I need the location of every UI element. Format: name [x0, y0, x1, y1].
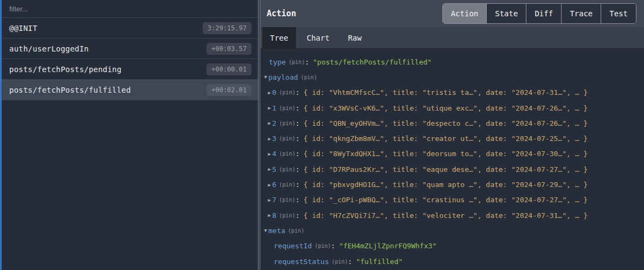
subtab-chart[interactable]: Chart	[299, 27, 337, 48]
action-list-item[interactable]: auth/userLoggedIn+00:03.57	[2, 38, 258, 59]
tree-node-5[interactable]: ▶5(pin):{ id: "D7RPaus2Kr…", title: "eaq…	[260, 162, 644, 177]
node-preview: { id: "QBN_eyOHVm…", title: "despecto c……	[304, 119, 588, 127]
node-key: type	[269, 58, 286, 66]
pin-label[interactable]: (pin)	[288, 59, 305, 65]
expand-arrow-icon[interactable]: ▶	[267, 105, 272, 111]
action-list-item[interactable]: @@INIT3:29:15.97	[2, 18, 258, 38]
expand-arrow-icon[interactable]: ▶	[267, 166, 272, 172]
tree-node-requestId: requestId(pin):"fEH4mZLjlZpnrFQ9Whfx3"	[260, 239, 644, 254]
collapse-arrow-icon[interactable]: ▼	[263, 228, 268, 233]
key-colon: :	[295, 211, 300, 220]
key-colon: :	[331, 242, 336, 250]
node-key: 3	[272, 134, 276, 143]
tree-node-type: type(pin):"posts/fetchPosts/fulfilled"	[260, 54, 644, 69]
tree-node-7[interactable]: ▶7(pin):{ id: "_cOPi-pWBQ…", title: "cra…	[260, 192, 644, 208]
node-key: payload	[268, 73, 298, 81]
node-key: 5	[272, 165, 276, 173]
tree-node-2[interactable]: ▶2(pin):{ id: "QBN_eyOHVm…", title: "des…	[260, 115, 644, 131]
expand-arrow-icon[interactable]: ▶	[267, 197, 272, 203]
expand-arrow-icon[interactable]: ▶	[267, 151, 272, 157]
pin-label[interactable]: (pin)	[279, 136, 295, 142]
node-key: 8	[272, 211, 276, 220]
subtab-tree[interactable]: Tree	[262, 27, 296, 48]
tab-action[interactable]: Action	[443, 4, 487, 23]
node-key: requestId	[274, 242, 312, 250]
key-colon: :	[295, 150, 300, 158]
node-value: "fEH4mZLjlZpnrFQ9Whfx3"	[339, 242, 436, 250]
action-name: @@INIT	[9, 24, 37, 33]
pin-label[interactable]: (pin)	[279, 151, 295, 157]
filter-input[interactable]	[2, 0, 258, 17]
time-badge: +00:03.57	[207, 43, 252, 55]
key-colon: :	[295, 165, 300, 173]
pin-label[interactable]: (pin)	[301, 74, 317, 80]
action-list-item[interactable]: posts/fetchPosts/fulfilled+00:02.01	[2, 80, 258, 100]
expand-arrow-icon[interactable]: ▶	[267, 90, 272, 95]
pin-label[interactable]: (pin)	[332, 259, 348, 265]
node-value: "fulfilled"	[356, 258, 403, 266]
expand-arrow-icon[interactable]: ▶	[267, 213, 272, 218]
pin-label[interactable]: (pin)	[279, 120, 295, 126]
action-tree: type(pin):"posts/fetchPosts/fulfilled"▼p…	[260, 49, 644, 270]
pin-label[interactable]: (pin)	[288, 228, 304, 234]
action-name: posts/fetchPosts/fulfilled	[9, 86, 131, 94]
subtab-raw[interactable]: Raw	[340, 27, 369, 48]
tab-test[interactable]: Test	[601, 4, 636, 23]
key-colon: :	[305, 58, 309, 66]
expand-arrow-icon[interactable]: ▶	[267, 120, 272, 126]
tree-node-requestStatus: requestStatus(pin):"fulfilled"	[260, 254, 644, 269]
key-colon: :	[295, 119, 300, 127]
key-colon: :	[295, 134, 300, 143]
tab-trace[interactable]: Trace	[562, 4, 601, 23]
tree-node-payload[interactable]: ▼payload(pin)	[260, 69, 644, 85]
pin-label[interactable]: (pin)	[314, 243, 331, 249]
pin-label[interactable]: (pin)	[279, 166, 295, 172]
node-key: requestStatus	[274, 258, 329, 266]
node-key: 4	[272, 150, 276, 158]
redux-devtools: @@INIT3:29:15.97auth/userLoggedIn+00:03.…	[0, 0, 644, 270]
inspector-tab-group: ActionStateDiffTraceTest	[442, 3, 636, 24]
tree-node-4[interactable]: ▶4(pin):{ id: "8WyTxdQHX1…", title: "deo…	[260, 146, 644, 162]
tab-diff[interactable]: Diff	[526, 4, 562, 23]
tree-node-8[interactable]: ▶8(pin):{ id: "H7cZVQi7i7…", title: "vel…	[260, 208, 644, 223]
node-value: "posts/fetchPosts/fulfilled"	[313, 58, 432, 66]
pin-label[interactable]: (pin)	[279, 213, 295, 218]
tree-node-meta[interactable]: ▼meta(pin)	[260, 223, 644, 238]
action-name: posts/fetchPosts/pending	[9, 65, 121, 74]
expand-arrow-icon[interactable]: ▶	[267, 136, 272, 142]
tree-node-3[interactable]: ▶3(pin):{ id: "qkngZbm8mV…", title: "cre…	[260, 131, 644, 146]
node-key: 7	[272, 196, 276, 204]
node-preview: { id: "qkngZbm8mV…", title: "creator ut……	[304, 134, 588, 143]
pin-label[interactable]: (pin)	[279, 182, 295, 188]
inspector-header: Action ActionStateDiffTraceTest	[260, 0, 644, 27]
pin-label[interactable]: (pin)	[279, 105, 295, 111]
node-key: 2	[272, 119, 276, 127]
tree-node-0[interactable]: ▶0(pin):{ id: "VhtmCMfscC…", title: "tri…	[260, 85, 644, 100]
key-colon: :	[295, 181, 300, 189]
time-badge: +00:00.01	[207, 63, 252, 75]
tab-state[interactable]: State	[487, 4, 526, 23]
collapse-arrow-icon[interactable]: ▼	[263, 74, 268, 80]
node-preview: { id: "_cOPi-pWBQ…", title: "crastinus ……	[304, 196, 588, 204]
node-preview: { id: "VhtmCMfscC…", title: "tristis ta……	[304, 88, 588, 97]
filter-row	[2, 0, 258, 18]
action-name: auth/userLoggedIn	[9, 44, 89, 53]
pin-label[interactable]: (pin)	[279, 197, 295, 203]
node-preview: { id: "D7RPaus2Kr…", title: "eaque dese……	[304, 165, 588, 173]
tree-node-6[interactable]: ▶6(pin):{ id: "pbxvgdHO1G…", title: "qua…	[260, 177, 644, 192]
node-preview: { id: "8WyTxdQHX1…", title: "deorsum to……	[304, 150, 588, 158]
expand-arrow-icon[interactable]: ▶	[267, 182, 272, 188]
node-preview: { id: "x3WVsC-vK6…", title: "utique exc……	[304, 104, 588, 112]
node-key: 6	[272, 181, 276, 189]
time-badge: 3:29:15.97	[203, 22, 252, 34]
pin-label[interactable]: (pin)	[279, 89, 295, 95]
time-badge: +00:02.01	[207, 84, 252, 96]
action-list-panel: @@INIT3:29:15.97auth/userLoggedIn+00:03.…	[2, 0, 259, 270]
action-list-item[interactable]: posts/fetchPosts/pending+00:00.01	[2, 59, 258, 80]
inspector-panel: Action ActionStateDiffTraceTest TreeChar…	[260, 0, 644, 270]
tree-node-1[interactable]: ▶1(pin):{ id: "x3WVsC-vK6…", title: "uti…	[260, 100, 644, 115]
node-key: 0	[272, 88, 276, 97]
key-colon: :	[295, 88, 300, 97]
node-key: 1	[272, 104, 276, 112]
key-colon: :	[295, 196, 300, 204]
